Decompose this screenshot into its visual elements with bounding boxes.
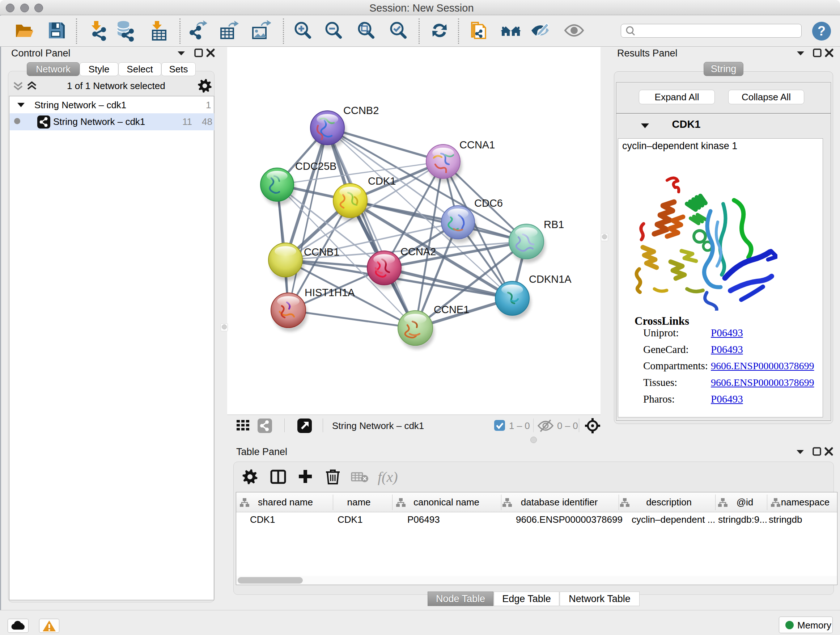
svg-text:?: ? [818,24,826,38]
svg-text:CDK1: CDK1 [368,175,396,187]
svg-text:CCNB1: CCNB1 [304,246,339,258]
svg-text:CCNB2: CCNB2 [343,105,379,116]
svg-text:CCNA1: CCNA1 [459,139,495,150]
svg-text:RB1: RB1 [544,219,564,230]
svg-text:CCNA2: CCNA2 [401,246,436,257]
svg-text:CDKN1A: CDKN1A [529,273,572,285]
svg-text:CDC6: CDC6 [474,197,503,209]
svg-text:CDC25B: CDC25B [295,160,336,172]
svg-text:HIST1H1A: HIST1H1A [305,287,355,298]
svg-text:CCNE1: CCNE1 [434,304,469,315]
